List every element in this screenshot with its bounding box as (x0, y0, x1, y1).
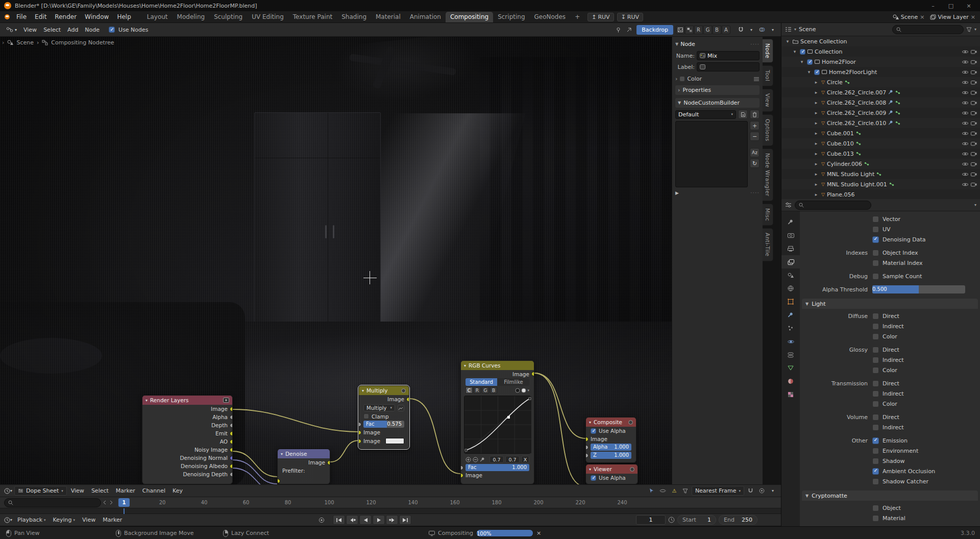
channel-c-button[interactable]: C (465, 387, 473, 394)
collapse-node-icon[interactable]: ▾ (362, 388, 364, 393)
disable-render-icon[interactable] (971, 162, 977, 166)
pin-icon[interactable] (613, 25, 623, 35)
expand-icon[interactable]: ▸ (813, 131, 819, 136)
fac-slider[interactable]: Fac0.575 (363, 421, 404, 428)
output-socket-denoising-albedo[interactable] (230, 464, 233, 469)
cryptomatte-object-label[interactable]: Object (883, 505, 901, 511)
menu-key[interactable]: Key (169, 486, 186, 496)
node-title[interactable]: Denoise (285, 451, 327, 457)
outliner-search-input[interactable] (892, 25, 964, 34)
input-socket-image[interactable] (585, 437, 589, 442)
outliner-row-home2floorlight[interactable]: ▾ Home2FloorLight (781, 67, 980, 77)
properties-search-input[interactable] (795, 201, 871, 210)
properties-expand-icon[interactable]: › (678, 87, 680, 93)
output-socket-denoising-depth[interactable] (230, 472, 233, 477)
outliner-row-scene-collection[interactable]: ▾ Scene Collection (781, 36, 980, 46)
glossy-color-checkbox[interactable] (872, 367, 879, 374)
transmission-indirect-checkbox[interactable] (872, 390, 879, 397)
blend-mode-select[interactable]: Multiply ▾ (363, 404, 395, 411)
expand-icon[interactable]: ▾ (799, 59, 805, 64)
output-socket-emit[interactable] (230, 431, 233, 436)
properties-panel-title[interactable]: Properties (682, 87, 711, 93)
maximize-button[interactable]: □ (944, 1, 958, 10)
disable-render-icon[interactable] (971, 182, 977, 187)
use-nodes-label[interactable]: Use Nodes (115, 25, 152, 35)
compositor-canvas[interactable]: › Scene › Compositing Nodetree ▾ Render … (0, 37, 781, 484)
cancel-job-icon[interactable]: × (536, 530, 541, 536)
editor-type-button[interactable]: ▾ (3, 25, 20, 35)
workspace-tab-compositing[interactable]: Compositing (446, 12, 493, 22)
disable-render-icon[interactable] (971, 131, 977, 136)
workspace-tab-scripting[interactable]: Scripting (493, 12, 529, 22)
outliner-row-object[interactable]: ▸ ▽ Cube.010 (781, 138, 980, 149)
object-index-checkbox[interactable] (872, 250, 879, 256)
outliner-row-object[interactable]: ▸ ▽ Cube.001 (781, 128, 980, 138)
output-socket-noisy-image[interactable] (230, 448, 233, 452)
uv-label[interactable]: UV (883, 226, 891, 233)
outliner-item-label[interactable]: Cube.013 (827, 151, 854, 157)
list-remove-button[interactable]: − (750, 132, 760, 141)
auto-keying-button[interactable] (316, 515, 327, 525)
node-multiply[interactable]: ▾ Multiply Image Multiply ▾ Clamp Fac0.5… (358, 385, 409, 449)
unlink-view-layer-icon[interactable]: × (971, 14, 975, 20)
color-label[interactable]: Color (883, 333, 897, 340)
menu-render[interactable]: Render (51, 12, 81, 22)
next-layer-icon[interactable] (109, 500, 113, 505)
environment-label[interactable]: Environment (883, 448, 918, 454)
disable-render-icon[interactable] (971, 121, 977, 126)
expand-icon[interactable]: ▾ (806, 69, 812, 75)
channel-b-button[interactable]: B (490, 387, 497, 394)
tab-constraints[interactable] (781, 348, 800, 361)
builder-panel-title[interactable]: NodeCustomBuilder (683, 100, 740, 106)
panel-collapse-icon[interactable]: ▼ (675, 42, 678, 46)
node-title[interactable]: Viewer (594, 466, 627, 472)
curve-widget[interactable] (464, 396, 531, 454)
outliner-row-object[interactable]: ▸ ▽ Circle.262_Circle.007 (781, 87, 980, 97)
timeline-ruler[interactable]: 1 20 40 60 80 100 120 140 160 180 200 22… (117, 497, 781, 508)
disable-render-icon[interactable] (971, 172, 977, 177)
overlay-dropdown-icon[interactable]: ▾ (768, 25, 778, 35)
channel-a-button[interactable]: A (722, 26, 730, 34)
minimize-button[interactable]: – (926, 1, 940, 10)
dope-sheet-mode-select[interactable]: Dope Sheet ▾ (14, 486, 67, 496)
outliner-row-home2floor[interactable]: ▾ Home2Floor (781, 57, 980, 67)
outliner-item-label[interactable]: MNL Studio Light (827, 171, 874, 178)
collapse-node-icon[interactable]: ▾ (589, 467, 591, 472)
diffuse-color-checkbox[interactable] (872, 333, 879, 340)
menu-channel[interactable]: Channel (139, 486, 168, 496)
menu-file[interactable]: File (12, 12, 31, 22)
tab-tool[interactable] (781, 215, 800, 229)
shadow-catcher-label[interactable]: Shadow Catcher (883, 478, 928, 485)
backdrop-alpha-icon[interactable] (685, 26, 694, 34)
color-expand-icon[interactable]: › (675, 76, 677, 82)
cryptomatte-panel-header[interactable]: ▼ Cryptomatte (802, 491, 978, 501)
outliner-row-object[interactable]: ▸ ▽ Cube.013 (781, 149, 980, 159)
workspace-tab-shading[interactable]: Shading (337, 12, 371, 22)
node-preview-icon[interactable] (628, 420, 633, 425)
expand-icon[interactable]: ▸ (813, 100, 819, 105)
current-frame-field[interactable]: 1 (636, 515, 666, 525)
alpha-threshold-slider[interactable]: 0.500 (872, 285, 965, 293)
input-socket-z[interactable] (585, 453, 589, 458)
outliner-item-label[interactable]: Cube.001 (827, 130, 854, 137)
curve-y-field[interactable]: 0.7 (505, 456, 520, 463)
play-button[interactable] (373, 515, 385, 525)
filter-icon[interactable] (680, 486, 691, 496)
output-socket-image[interactable] (327, 460, 330, 465)
hide-viewport-icon[interactable] (962, 141, 969, 146)
outliner-row-object[interactable]: ▸ ▽ Circle.262_Circle.008 (781, 97, 980, 108)
sidebar-tab-misc[interactable]: Misc (763, 204, 773, 226)
workspace-tab-layout[interactable]: Layout (142, 12, 173, 22)
use-alpha-checkbox[interactable] (591, 428, 596, 434)
glossy-indirect-checkbox[interactable] (872, 357, 879, 363)
overlay-icon[interactable] (757, 25, 767, 35)
emission-checkbox[interactable] (872, 437, 879, 444)
input-socket-alpha[interactable] (585, 445, 589, 450)
ruv-export-button[interactable]: ↥ RUV (587, 13, 614, 21)
delete-preset-button[interactable] (750, 110, 760, 119)
outliner-item-label[interactable]: Circle.262_Circle.007 (827, 89, 886, 96)
render-result-icon[interactable] (223, 398, 229, 403)
proportional-edit-icon[interactable] (756, 486, 767, 496)
hide-viewport-icon[interactable] (962, 152, 969, 156)
node-name-field[interactable]: Mix (697, 51, 760, 60)
